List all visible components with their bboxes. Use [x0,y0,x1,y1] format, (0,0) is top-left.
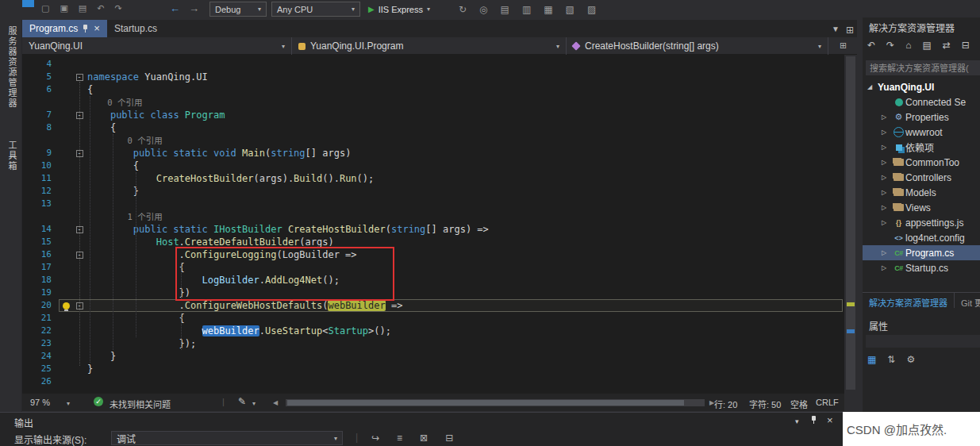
collapsed-arrow-icon[interactable]: ▷ [882,249,892,256]
pencil-icon[interactable]: ✎ [238,396,246,407]
tree-item-models[interactable]: ▷Models [863,185,980,200]
alphabetical-icon[interactable]: ⇅ [887,354,895,365]
editor-vertical-scrollbar[interactable] [844,55,857,394]
find-icon[interactable]: ◎ [479,4,487,15]
solution-search-input[interactable] [866,60,980,75]
code-line[interactable]: 5-namespace YuanQing.UI [22,71,844,83]
properties-object-dropdown[interactable] [866,335,980,348]
open-file-icon[interactable]: ▢ [41,3,49,13]
code-text[interactable] [86,375,87,388]
collapse-icon[interactable]: ⊟ [445,433,453,444]
goto-message-icon[interactable]: ↪ [371,433,379,444]
pin-icon[interactable] [83,25,89,33]
breakpoint-margin[interactable] [59,337,73,350]
redo-icon[interactable]: ↷ [114,3,121,13]
breakpoint-margin[interactable] [59,185,73,198]
code-text[interactable]: { [86,121,116,134]
code-line[interactable]: 6{ [22,83,844,96]
breakpoint-margin[interactable] [59,134,73,147]
code-line[interactable]: 15 Host.CreateDefaultBuilder(args) [22,236,844,248]
save-icon[interactable]: ▣ [60,3,67,13]
code-text[interactable]: public static void Main(string[] args) [86,147,351,160]
tree-item-yuanqing-ui[interactable]: ◢YuanQing.UI [863,79,980,94]
tool-tab-server-explorer[interactable]: 服务器资源管理器 [6,26,18,109]
code-line[interactable]: 20- .ConfigureWebHostDefaults(webBuilder… [22,299,844,312]
fold-marker[interactable]: - [73,147,86,160]
forward-icon[interactable]: ↷ [886,40,894,51]
chevron-down-icon[interactable]: ▾ [795,417,799,425]
tab-startup-cs[interactable]: Startup.cs [107,20,164,37]
code-line[interactable]: 24 } [22,350,844,363]
code-text[interactable]: LogBuilder.AddLog4Net(); [86,274,340,286]
code-text[interactable]: }); [86,337,196,350]
code-line[interactable]: 16- .ConfigureLogging(LogBuilder => [22,248,844,261]
breakpoint-margin[interactable] [59,248,73,261]
code-line[interactable]: 7- public class Program [22,109,844,121]
code-text[interactable]: public static IHostBuilder CreateHostBui… [86,223,489,236]
code-text[interactable] [86,58,87,71]
output-panel-title[interactable]: 输出 [14,416,33,429]
undo-icon[interactable]: ↶ [97,3,104,13]
save-all-icon[interactable]: ▤ [79,3,86,13]
breakpoint-margin[interactable] [59,172,73,185]
tree-item-views[interactable]: ▷Views [863,200,980,215]
code-text[interactable]: { [86,312,185,325]
expanded-arrow-icon[interactable]: ◢ [867,83,878,90]
code-line[interactable]: 14- public static IHostBuilder CreateHos… [22,223,844,236]
code-text[interactable]: { [86,83,93,96]
fold-marker[interactable]: - [73,248,86,261]
collapsed-arrow-icon[interactable]: ▷ [882,189,892,196]
codelens-text[interactable]: 1 个引用 [86,210,163,223]
indent-icon[interactable]: ▦ [544,4,552,15]
split-editor-icon[interactable]: ⊞ [840,40,847,51]
tree-item-log4net-config[interactable]: <>log4net.config [863,230,980,245]
sync-with-active-document-icon[interactable]: ⇄ [943,40,951,51]
float-window-icon[interactable]: ⊞ [846,25,854,36]
codelens-text[interactable]: 0 个引用 [86,96,142,109]
collapsed-arrow-icon[interactable]: ▷ [882,113,892,121]
output-source-dropdown[interactable]: 调试 ▾ [111,431,343,445]
breakpoint-margin[interactable] [59,375,73,388]
breadcrumb-type-dropdown[interactable]: YuanQing.UI.Program ▾ [292,37,567,55]
code-text[interactable]: Host.CreateDefaultBuilder(args) [86,236,334,248]
collapse-all-icon[interactable]: ⊟ [962,40,970,51]
code-text[interactable]: { [86,261,185,274]
breakpoint-margin[interactable] [59,83,73,96]
run-button[interactable]: ▶ IIS Express ▾ [365,2,433,17]
code-text[interactable]: .ConfigureLogging(LogBuilder => [86,248,357,261]
collapsed-arrow-icon[interactable]: ▷ [882,219,892,226]
panel-tab-解决方案资源管理器[interactable]: 解决方案资源管理器 [863,293,955,308]
tree-item-依赖项[interactable]: ▷依赖项 [863,140,980,155]
chevron-down-icon[interactable]: ▾ [252,400,256,407]
code-text[interactable]: namespace YuanQing.UI [86,71,208,83]
collapsed-arrow-icon[interactable]: ▷ [882,174,892,181]
fold-marker[interactable]: - [73,223,86,236]
comment-icon[interactable]: ▤ [501,4,509,15]
code-text[interactable]: } [86,350,116,363]
lightbulb-icon[interactable] [59,299,73,312]
fold-marker[interactable]: - [73,299,86,312]
navigate-forward-icon[interactable]: → [189,2,199,14]
collapse-box-icon[interactable]: - [76,74,83,81]
breakpoint-margin[interactable] [59,274,73,286]
home-icon[interactable]: ⌂ [905,40,911,51]
code-text[interactable]: public class Program [86,109,225,121]
scroll-left-icon[interactable]: ◀ [273,399,278,406]
codelens-text[interactable]: 0 个引用 [86,134,163,147]
breakpoint-margin[interactable] [59,198,73,210]
close-icon[interactable]: × [94,25,100,33]
tree-item-wwwroot[interactable]: ▷wwwroot [863,125,980,140]
collapsed-arrow-icon[interactable]: ▷ [882,159,892,166]
code-line[interactable]: 4 [22,58,844,71]
code-line[interactable]: 8 { [22,121,844,134]
navigate-back-icon[interactable]: ← [170,2,180,14]
code-line[interactable]: 17 { [22,261,844,274]
code-line[interactable]: 25} [22,363,844,375]
tree-item-controllers[interactable]: ▷Controllers [863,170,980,185]
fold-marker[interactable]: - [73,109,86,121]
code-line[interactable]: 26 [22,375,844,388]
chevron-down-icon[interactable]: ▾ [67,400,70,407]
uncomment-icon[interactable]: ▥ [522,4,531,15]
health-indicator-icon[interactable]: ✓ [94,397,103,406]
breakpoint-margin[interactable] [59,71,73,83]
